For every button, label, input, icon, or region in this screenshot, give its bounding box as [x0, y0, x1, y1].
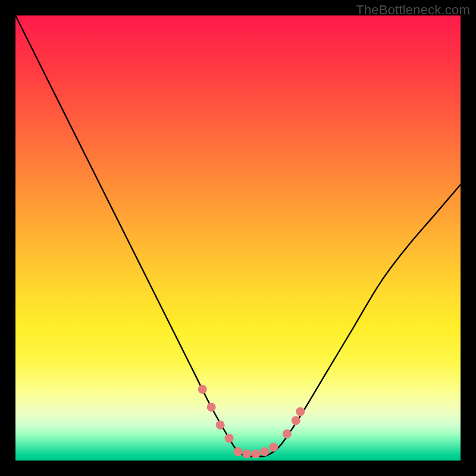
sample-markers: [198, 385, 305, 458]
sample-marker: [296, 407, 305, 416]
sample-marker: [260, 447, 269, 456]
sample-marker: [292, 416, 300, 425]
watermark-text: TheBottleneck.com: [356, 2, 470, 18]
sample-marker: [269, 443, 278, 452]
sample-marker: [251, 449, 260, 458]
sample-marker: [207, 403, 216, 412]
sample-marker: [283, 430, 292, 439]
sample-marker: [242, 449, 251, 458]
plot-area: [15, 15, 461, 461]
sample-marker: [234, 447, 243, 456]
sample-marker: [225, 434, 234, 443]
curve-layer: [15, 15, 461, 461]
sample-marker: [216, 421, 225, 430]
sample-marker: [198, 385, 207, 394]
bottleneck-curve-path: [15, 15, 461, 456]
chart-frame: TheBottleneck.com: [0, 0, 476, 476]
bottleneck-curve: [15, 15, 461, 456]
